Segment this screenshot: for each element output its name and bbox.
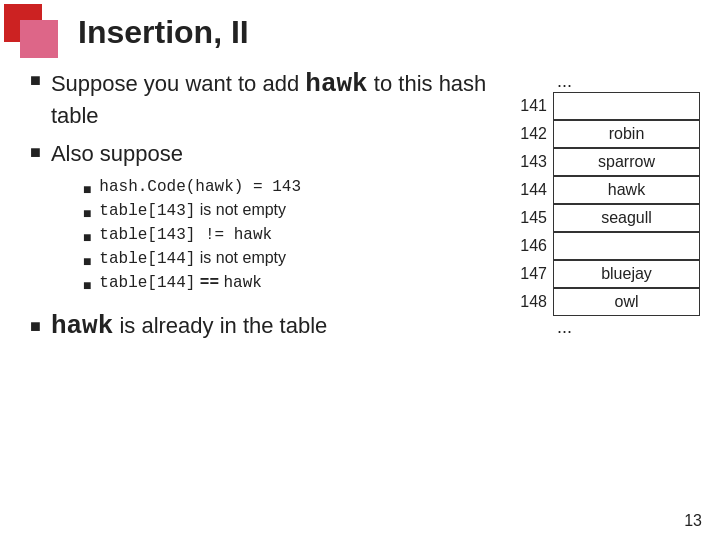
sub-bullet-1: ■ hash.Code(hawk) = 143: [83, 177, 520, 197]
dots-bottom-text: ...: [553, 317, 572, 338]
sub-bullet-3: ■ table[143] != hawk: [83, 225, 520, 245]
sub-bullet-marker-2: ■: [83, 205, 91, 221]
bullet-2-text: Also suppose: [51, 141, 183, 166]
hash-row-145: 145 seagull: [515, 204, 700, 232]
hash-row-141: 141: [515, 92, 700, 120]
bullet-marker-3: ■: [30, 316, 41, 337]
hash-index-143: 143: [515, 153, 553, 171]
hash-row-142: 142 robin: [515, 120, 700, 148]
hash-index-145: 145: [515, 209, 553, 227]
hash-cell-144: hawk: [553, 176, 700, 204]
sub-bullet-4-text: table[144] is not empty: [99, 249, 286, 268]
slide-title: Insertion, II: [78, 14, 249, 51]
bullet-2: ■ Also suppose ■ hash.Code(hawk) = 143 ■…: [30, 140, 520, 297]
hash-index-148: 148: [515, 293, 553, 311]
hash-row-146: 146: [515, 232, 700, 260]
hash-index-147: 147: [515, 265, 553, 283]
sub-bullet-3-text: table[143] != hawk: [99, 225, 272, 244]
sub-bullet-1-text: hash.Code(hawk) = 143: [99, 177, 301, 196]
sub-bullet-marker-3: ■: [83, 229, 91, 245]
hash-cell-145: seagull: [553, 204, 700, 232]
bullet-1: ■ Suppose you want to add hawk to this h…: [30, 68, 520, 130]
hawk-word-1: hawk: [305, 69, 367, 99]
hawk-word-2: hawk: [51, 311, 113, 341]
sub-bullet-5: ■ table[144] == hawk: [83, 273, 520, 293]
decorative-squares: [0, 0, 72, 72]
hash-table: ... 141 142 robin 143 sparrow 144 hawk 1…: [515, 70, 700, 338]
hash-index-142: 142: [515, 125, 553, 143]
hash-cell-142: robin: [553, 120, 700, 148]
hash-index-144: 144: [515, 181, 553, 199]
main-content: ■ Suppose you want to add hawk to this h…: [30, 68, 520, 341]
bullet-marker-2: ■: [30, 142, 41, 163]
sub-bullet-4: ■ table[144] is not empty: [83, 249, 520, 269]
sub-bullet-marker-1: ■: [83, 181, 91, 197]
bullet-3: ■ hawk is already in the table: [30, 311, 520, 341]
bullet-3-text: hawk is already in the table: [51, 311, 327, 341]
bullet-1-text: Suppose you want to add hawk to this has…: [51, 68, 520, 130]
dots-top: ...: [515, 70, 700, 92]
hash-cell-146: [553, 232, 700, 260]
hash-row-147: 147 bluejay: [515, 260, 700, 288]
sub-bullets: ■ hash.Code(hawk) = 143 ■ table[143] is …: [83, 177, 520, 293]
hash-cell-147: bluejay: [553, 260, 700, 288]
hash-row-143: 143 sparrow: [515, 148, 700, 176]
dots-bottom: ...: [515, 316, 700, 338]
hash-index-146: 146: [515, 237, 553, 255]
hash-cell-143: sparrow: [553, 148, 700, 176]
square-pink: [20, 20, 58, 58]
sub-bullet-5-text: table[144] == hawk: [99, 273, 262, 292]
hash-cell-148: owl: [553, 288, 700, 316]
hash-index-141: 141: [515, 97, 553, 115]
hash-row-148: 148 owl: [515, 288, 700, 316]
hash-row-144: 144 hawk: [515, 176, 700, 204]
dots-top-text: ...: [553, 71, 572, 92]
bullet-marker-1: ■: [30, 70, 41, 91]
sub-bullet-2-text: table[143] is not empty: [99, 201, 286, 220]
page-number: 13: [684, 512, 702, 530]
sub-bullet-marker-4: ■: [83, 253, 91, 269]
sub-bullet-marker-5: ■: [83, 277, 91, 293]
sub-bullet-2: ■ table[143] is not empty: [83, 201, 520, 221]
hash-cell-141: [553, 92, 700, 120]
